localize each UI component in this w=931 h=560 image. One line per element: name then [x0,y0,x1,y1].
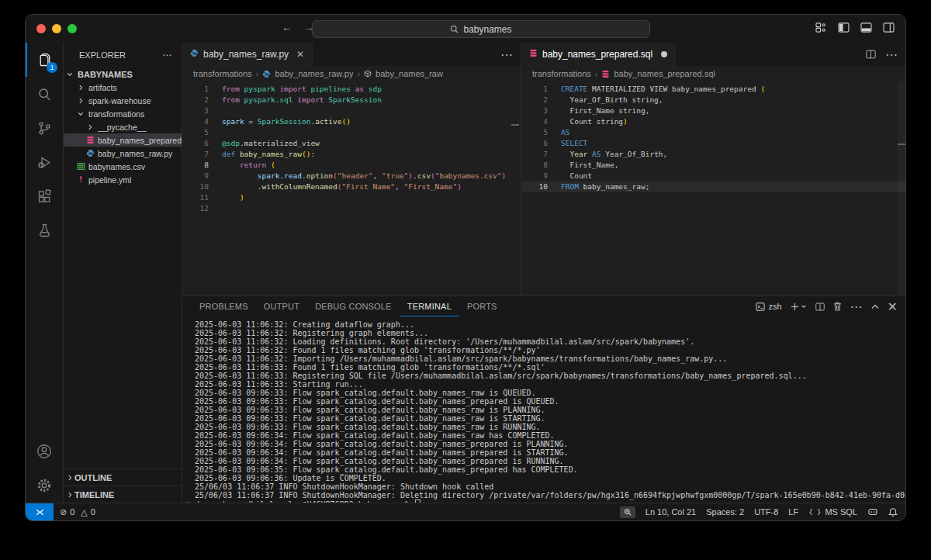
tab-label: baby_names_prepared.sql [542,49,652,60]
breadcrumb-item[interactable]: baby_names_raw.py [275,69,353,78]
terminal-line: 2025-06-03 11:06:33: Found 1 files match… [195,363,905,372]
terminal-line: 2025-06-03 09:06:34: Flow spark_catalog.… [195,457,905,465]
more-actions-icon[interactable]: ⋯ [885,47,898,62]
terminal-output[interactable]: 2025-06-03 11:06:32: Creating dataflow g… [182,316,905,503]
close-tab-icon[interactable]: ✕ [296,49,304,60]
zoom-window-button[interactable] [67,24,77,33]
split-editor-icon[interactable] [866,50,876,59]
tree-item-spark-warehouse[interactable]: spark-warehouse [64,94,182,107]
right-tab-bar: baby_names_prepared.sql ⋯ [521,43,905,66]
toggle-secondary-sidebar-icon[interactable] [883,22,895,33]
customize-layout-icon[interactable] [815,22,827,33]
editor-and-panel: baby_names_raw.py ✕ ⋯ transformations›ba… [182,43,905,503]
close-panel-icon[interactable]: ✕ [888,299,898,314]
panel-more-actions-icon[interactable]: ⋯ [850,299,863,314]
language-mode[interactable]: { } MS SQL [808,507,857,517]
tree-item-label: __pycache__ [96,123,146,132]
code-line: 2from pyspark.sql import SparkSession [182,95,521,105]
tree-item--pycache-[interactable]: __pycache__ [64,120,182,133]
panel-tab-ports[interactable]: PORTS [459,296,505,316]
split-terminal-icon[interactable] [815,302,825,311]
terminal-line: 2025-06-03 09:06:33: Flow spark_catalog.… [195,423,905,431]
breadcrumb-item[interactable]: transformations [193,69,252,78]
line-number: 9 [521,171,548,181]
vscode-window: ← → babynames 1 [25,14,906,521]
tree-item-pipeline-yml[interactable]: !pipeline.yml [64,173,182,186]
braces-icon: { } [808,508,821,516]
activity-search[interactable] [26,77,63,111]
eol-sequence[interactable]: LF [788,507,798,517]
tab-baby-names-raw-py[interactable]: baby_names_raw.py ✕ [182,43,313,66]
close-window-button[interactable] [36,24,46,33]
panel-tab-debug-console[interactable]: DEBUG CONSOLE [307,296,400,316]
tree-item-babynames-csv[interactable]: babynames.csv [64,160,182,173]
more-actions-icon[interactable]: ⋯ [500,47,513,62]
panel-tab-output[interactable]: OUTPUT [256,296,307,316]
yml-file-icon: ! [74,175,87,184]
breadcrumb-item[interactable]: baby_names_raw [376,69,443,78]
sql-editor[interactable]: 1CREATE MATERIALIZED VIEW baby_names_pre… [521,81,905,296]
kill-terminal-trash-icon[interactable] [833,302,842,311]
tab-baby-names-prepared-sql[interactable]: baby_names_prepared.sql [521,43,676,66]
tree-item-transformations[interactable]: transformations [64,107,182,120]
new-terminal-button[interactable] [791,302,807,311]
toggle-primary-sidebar-icon[interactable] [838,22,850,33]
line-number: 3 [182,105,209,116]
remote-indicator[interactable] [26,503,54,520]
activity-testing[interactable] [26,213,63,247]
code-line: 6SELECT [521,138,905,149]
tree-item-baby-names-raw-py[interactable]: baby_names_raw.py [64,147,182,160]
encoding[interactable]: UTF-8 [754,507,778,517]
editor-groups: baby_names_raw.py ✕ ⋯ transformations›ba… [182,43,905,296]
title-bar: ← → babynames [26,15,905,43]
activity-account[interactable] [26,434,63,468]
line-number: 7 [521,149,548,160]
activity-run-debug[interactable] [26,145,63,179]
problems-status[interactable]: ⊘ 0 △ 0 [60,507,99,517]
tree-item-artifacts[interactable]: artifacts [64,81,182,94]
layout-controls [815,22,895,33]
toggle-panel-icon[interactable] [860,22,872,33]
terminal-line: 25/06/03 11:06:37 INFO ShutdownHookManag… [195,482,905,491]
python-editor[interactable]: 1from pyspark import pipelines as sdp2fr… [182,81,521,296]
line-number: 10 [521,181,548,192]
tree-item-baby-names-prepared-sql[interactable]: baby_names_prepared.sql [64,133,182,147]
terminal-line: 2025-06-03 09:06:33: Flow spark_catalog.… [195,389,905,397]
notifications-bell-icon[interactable] [888,507,898,517]
cursor-position[interactable]: Ln 10, Col 21 [645,507,696,517]
py-file-icon [84,149,96,157]
maximize-panel-icon[interactable] [871,303,879,310]
copilot-icon[interactable] [867,507,878,517]
breadcrumb-item[interactable]: baby_names_prepared.sql [614,69,715,78]
sidebar-section-outline[interactable]: OUTLINE [64,468,182,486]
terminal-instance[interactable]: zsh [756,302,781,311]
back-icon[interactable]: ← [282,21,292,33]
activity-settings[interactable] [26,468,63,503]
code-line: 9 spark.read.option("header", "true").cs… [182,171,521,181]
remote-icon [35,507,45,517]
code-line: 4spark = SparkSession.active() [182,116,521,127]
activity-explorer[interactable]: 1 [26,43,63,77]
terminal-line: 2025-06-03 09:06:33: Flow spark_catalog.… [195,406,905,414]
errors-count: 0 [70,507,74,517]
terminal-line: 2025-06-03 09:06:33: Flow spark_catalog.… [195,397,905,406]
breadcrumb[interactable]: transformations›baby_names_prepared.sql [521,66,905,81]
terminal-line: 2025-06-03 11:06:32: Registering graph e… [195,329,905,337]
command-center-search[interactable]: babynames [312,20,650,38]
minimize-window-button[interactable] [52,24,61,33]
errors-icon: ⊘ [60,507,67,517]
explorer-sidebar: EXPLORER ⋯ BABYNAMESartifactsspark-wareh… [64,43,182,503]
activity-source-control[interactable] [26,111,63,145]
chevron-right-icon [74,85,87,91]
line-number: 9 [182,171,209,181]
breadcrumb[interactable]: transformations›baby_names_raw.py›baby_n… [182,66,521,81]
sidebar-section-timeline[interactable]: TIMELINE [64,486,182,503]
indentation[interactable]: Spaces: 2 [706,507,744,517]
activity-extensions[interactable] [26,179,63,213]
tree-root-babynames[interactable]: BABYNAMES [64,67,182,81]
panel-tab-problems[interactable]: PROBLEMS [192,296,256,316]
explorer-more-actions-icon[interactable]: ⋯ [162,50,172,60]
panel-tab-terminal[interactable]: TERMINAL [400,296,459,316]
breadcrumb-item[interactable]: transformations [532,69,591,78]
zoom-indicator[interactable] [620,506,635,518]
